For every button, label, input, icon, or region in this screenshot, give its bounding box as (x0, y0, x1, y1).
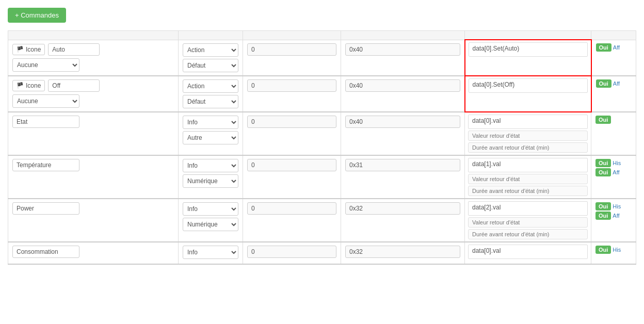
type-sub-select-row1[interactable]: Défaut (183, 59, 238, 72)
badge-aff-row5-1[interactable]: His (613, 203, 621, 209)
classe-input-row5[interactable] (345, 202, 460, 215)
instance-input-row6[interactable] (247, 246, 336, 258)
nom-cell-row5 (8, 199, 179, 242)
instance-input-row1[interactable] (247, 43, 336, 56)
commande-cell-row1: data[0].Set(Auto) (465, 40, 591, 76)
instance-input-row4[interactable] (247, 159, 336, 171)
col-nom (8, 31, 179, 40)
type-cell-row6: Info (179, 242, 243, 264)
instance-cell-row1 (243, 40, 341, 76)
instance-input-row2[interactable] (247, 79, 336, 92)
type-main-select-row3[interactable]: Info (183, 116, 238, 129)
table-row: InfoNumériquedata[2].valOuiHisOuiAff (8, 199, 636, 242)
nom-cell-row1: 🏴 Icone Aucune (8, 40, 179, 76)
flag-icon: 🏴 (17, 82, 24, 89)
type-cell-row4: InfoNumérique (179, 155, 243, 199)
sub-input-row4[interactable] (468, 186, 588, 196)
classe-cell-row6 (341, 242, 465, 264)
nom-select-row1[interactable]: Aucune (12, 58, 79, 72)
type-cell-row2: ActionDéfaut (179, 76, 243, 112)
type-main-select-row1[interactable]: Action (183, 43, 238, 57)
instance-cell-row2 (243, 76, 341, 112)
commande-cell-row5: data[2].val (465, 199, 591, 242)
nom-input-row2[interactable] (48, 79, 100, 92)
instance-cell-row5 (243, 199, 341, 242)
commande-cell-row6: data[0].val (465, 242, 591, 264)
col-classe (341, 31, 465, 40)
nom-cell-row2: 🏴 Icone Aucune (8, 76, 179, 112)
classe-input-row2[interactable] (345, 79, 460, 92)
commande-value-row6: data[0].val (468, 245, 588, 259)
parametre-cell-row1: OuiAff (591, 40, 636, 76)
sub-input-row5[interactable] (468, 217, 588, 228)
type-sub-select-row2[interactable]: Défaut (183, 95, 238, 108)
type-sub-select-row5[interactable]: Numérique (183, 218, 238, 231)
commande-cell-row4: data[1].val (465, 155, 591, 199)
parametre-cell-row5: OuiHisOuiAff (591, 199, 636, 242)
nom-input-row5[interactable] (12, 202, 79, 215)
nom-cell-row3 (8, 112, 179, 155)
col-type (179, 31, 243, 40)
badge-oui-row5-0[interactable]: Oui (595, 202, 611, 210)
badge-aff-row4-1[interactable]: His (613, 160, 621, 166)
nom-input-row1[interactable] (48, 43, 100, 56)
sub-input-row3[interactable] (468, 131, 588, 141)
nom-input-row3[interactable] (12, 116, 79, 128)
nom-cell-row6 (8, 242, 179, 264)
classe-cell-row1 (341, 40, 465, 76)
type-cell-row5: InfoNumérique (179, 199, 243, 242)
type-main-select-row6[interactable]: Info (183, 246, 238, 259)
badge-oui-row5-2[interactable]: Oui (595, 212, 611, 220)
add-commandes-button[interactable]: + Commandes (8, 8, 66, 23)
classe-cell-row2 (341, 76, 465, 112)
col-parametre (591, 31, 636, 40)
table-row: Infodata[0].valOuiHis (8, 242, 636, 264)
instance-cell-row6 (243, 242, 341, 264)
classe-input-row4[interactable] (345, 159, 460, 171)
badge-oui-row4-2[interactable]: Oui (595, 168, 611, 176)
badge-aff-row5-3[interactable]: Aff (613, 213, 619, 219)
classe-input-row6[interactable] (345, 246, 460, 258)
badge-aff-row6-1[interactable]: His (613, 247, 621, 253)
badge-oui-row6-0[interactable]: Oui (595, 246, 611, 254)
commande-value-row3: data[0].val (468, 115, 588, 129)
instance-cell-row4 (243, 155, 341, 199)
icon-label-row1[interactable]: 🏴 Icone (12, 44, 45, 55)
badge-oui-row1-0[interactable]: Oui (596, 43, 611, 52)
commande-value-row5: data[2].val (468, 201, 588, 216)
badge-aff-row4-3[interactable]: Aff (613, 169, 619, 175)
icon-label-row2[interactable]: 🏴 Icone (12, 80, 45, 91)
type-sub-select-row4[interactable]: Numérique (183, 174, 238, 188)
type-main-select-row4[interactable]: Info (183, 159, 238, 172)
nom-select-row2[interactable]: Aucune (12, 94, 79, 108)
type-sub-select-row3[interactable]: Autre (183, 131, 238, 144)
type-main-select-row2[interactable]: Action (183, 79, 238, 93)
badge-oui-row3-0[interactable]: Oui (595, 116, 611, 124)
badge-aff-row1-1[interactable]: Aff (613, 44, 620, 51)
type-cell-row3: InfoAutre (179, 112, 243, 155)
nom-input-row6[interactable] (12, 246, 79, 258)
commandes-table: 🏴 Icone Aucune ActionDéfautdata[0].Set(A… (8, 30, 636, 265)
sub-input-row3[interactable] (468, 142, 588, 153)
table-row: InfoAutredata[0].valOui (8, 112, 636, 155)
classe-cell-row5 (341, 199, 465, 242)
badge-aff-row2-1[interactable]: Aff (613, 80, 620, 87)
sub-input-row5[interactable] (468, 229, 588, 239)
classe-cell-row3 (341, 112, 465, 155)
commande-value-row2: data[0].Set(Off) (469, 78, 588, 93)
badge-oui-row4-0[interactable]: Oui (595, 159, 611, 167)
col-instance (243, 31, 341, 40)
page-wrapper: + Commandes 🏴 Icone Aucune ActionDéfaut (0, 0, 644, 272)
nom-input-row4[interactable] (12, 159, 79, 171)
instance-input-row3[interactable] (247, 116, 336, 128)
parametre-cell-row2: OuiAff (591, 76, 636, 112)
col-commande (465, 31, 591, 40)
badge-oui-row2-0[interactable]: Oui (596, 79, 611, 88)
instance-input-row5[interactable] (247, 202, 336, 215)
classe-input-row3[interactable] (345, 116, 460, 128)
type-main-select-row5[interactable]: Info (183, 202, 238, 216)
sub-input-row4[interactable] (468, 174, 588, 184)
classe-cell-row4 (341, 155, 465, 199)
classe-input-row1[interactable] (345, 43, 460, 56)
instance-cell-row3 (243, 112, 341, 155)
